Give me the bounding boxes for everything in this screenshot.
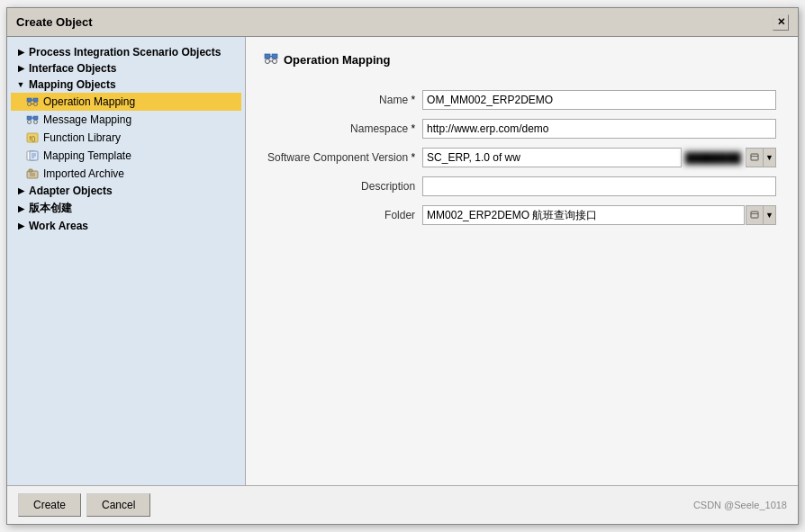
scv-browse-button[interactable]	[746, 148, 764, 167]
svg-point-9	[28, 121, 32, 124]
namespace-label: Namespace *	[264, 117, 419, 140]
svg-rect-30	[751, 212, 758, 218]
sidebar-item-label: Operation Mapping	[43, 95, 135, 108]
sidebar-item-label: Imported Archive	[43, 167, 124, 180]
sidebar-item-function-library[interactable]: f() Function Library	[11, 129, 241, 147]
section-title: Operation Mapping	[284, 53, 390, 67]
svg-rect-28	[751, 154, 758, 160]
arrow-icon: ▼	[14, 78, 27, 91]
form-row-name: Name *	[264, 88, 780, 112]
svg-point-26	[273, 59, 277, 64]
cancel-button[interactable]: Cancel	[86, 493, 150, 517]
folder-dropdown-button[interactable]: ▼	[764, 205, 776, 225]
folder-input-cell: ▼	[419, 203, 780, 227]
sidebar-item-interface-objects[interactable]: ▶ Interface Objects	[11, 60, 241, 77]
sidebar-item-mapping-template[interactable]: Mapping Template	[11, 147, 241, 165]
namespace-input[interactable]	[422, 119, 776, 139]
sidebar-item-process-integration[interactable]: ▶ Process Integration Scenario Objects	[11, 44, 241, 60]
svg-rect-0	[27, 98, 32, 102]
namespace-input-cell	[419, 117, 780, 140]
sidebar-item-label: Interface Objects	[29, 62, 116, 75]
section-icon	[264, 51, 278, 68]
form-row-scv: Software Component Version * ████████	[264, 146, 780, 169]
svg-rect-7	[33, 116, 38, 120]
arrow-icon: ▶	[14, 62, 27, 75]
svg-point-25	[266, 59, 270, 64]
svg-rect-1	[33, 98, 38, 102]
sidebar-item-mapping-objects[interactable]: ▼ Mapping Objects	[11, 77, 241, 93]
svg-rect-19	[29, 169, 32, 172]
dialog-body: ▶ Process Integration Scenario Objects ▶…	[7, 37, 798, 485]
svg-point-3	[28, 103, 32, 106]
form-table: Name * Namespace *	[264, 83, 780, 232]
required-indicator: *	[411, 122, 415, 135]
sidebar-item-imported-archive[interactable]: Imported Archive	[11, 165, 241, 183]
scv-input-group: ████████ ▼	[422, 148, 776, 167]
mapping-template-icon	[25, 149, 40, 163]
folder-label: Folder	[264, 203, 419, 227]
right-panel: Operation Mapping Name *	[246, 37, 798, 485]
sidebar-item-label: Mapping Objects	[29, 78, 116, 91]
form-row-description: Description	[264, 175, 780, 198]
close-button[interactable]: ✕	[773, 14, 789, 31]
svg-point-4	[34, 103, 38, 106]
arrow-icon: ▶	[14, 46, 27, 59]
dialog-footer: Create Cancel CSDN @Seele_1018	[7, 485, 798, 524]
svg-point-10	[34, 121, 38, 124]
svg-text:f(): f()	[30, 135, 36, 142]
folder-input-group: ▼	[422, 205, 776, 225]
svg-rect-23	[272, 54, 277, 59]
description-label: Description	[264, 175, 419, 198]
sidebar-item-label: Process Integration Scenario Objects	[29, 46, 221, 59]
scv-label: Software Component Version *	[264, 146, 419, 169]
folder-browse-button[interactable]	[746, 205, 764, 225]
create-button[interactable]: Create	[18, 493, 81, 517]
svg-rect-22	[265, 54, 270, 59]
folder-input[interactable]	[422, 205, 745, 225]
name-label: Name *	[264, 88, 419, 112]
required-indicator: *	[411, 151, 415, 164]
watermark: CSDN @Seele_1018	[693, 500, 787, 510]
arrow-icon: ▶	[14, 203, 27, 215]
left-panel: ▶ Process Integration Scenario Objects ▶…	[7, 37, 246, 485]
arrow-icon: ▶	[14, 220, 27, 232]
footer-buttons: Create Cancel	[18, 493, 150, 517]
scv-dropdown-button[interactable]: ▼	[764, 148, 776, 167]
required-indicator: *	[411, 94, 415, 106]
operation-mapping-icon	[25, 95, 40, 109]
arrow-icon: ▶	[14, 185, 27, 197]
description-input-cell	[419, 175, 780, 198]
scv-input-cell: ████████ ▼	[419, 146, 780, 169]
function-library-icon: f()	[25, 131, 40, 145]
sidebar-item-label: Message Mapping	[43, 113, 131, 126]
svg-rect-6	[27, 116, 32, 120]
name-input[interactable]	[422, 90, 776, 110]
name-input-cell	[419, 88, 780, 112]
sidebar-item-label: Function Library	[43, 131, 121, 144]
sidebar-item-work-areas[interactable]: ▶ Work Areas	[11, 218, 241, 234]
sidebar-item-message-mapping[interactable]: Message Mapping	[11, 111, 241, 129]
message-mapping-icon	[25, 113, 40, 127]
description-input[interactable]	[422, 176, 776, 196]
form-row-folder: Folder ▼	[264, 203, 780, 227]
dialog-title: Create Object	[16, 15, 93, 29]
sidebar-item-label: 版本创建	[29, 201, 72, 216]
imported-archive-icon	[25, 167, 40, 181]
sidebar-item-label: Work Areas	[29, 220, 88, 232]
sidebar-item-adapter-objects[interactable]: ▶ Adapter Objects	[11, 183, 241, 199]
sidebar-item-operation-mapping[interactable]: Operation Mapping	[11, 93, 241, 111]
section-header: Operation Mapping	[264, 51, 780, 68]
sidebar-item-label: Mapping Template	[43, 149, 131, 162]
sidebar-item-version-create[interactable]: ▶ 版本创建	[11, 199, 241, 218]
scv-input[interactable]	[422, 148, 682, 167]
scv-blurred-value: ████████	[682, 149, 745, 166]
dialog-titlebar: Create Object ✕	[7, 8, 798, 37]
create-object-dialog: Create Object ✕ ▶ Process Integration Sc…	[6, 7, 799, 525]
form-row-namespace: Namespace *	[264, 117, 780, 140]
sidebar-item-label: Adapter Objects	[29, 185, 113, 197]
